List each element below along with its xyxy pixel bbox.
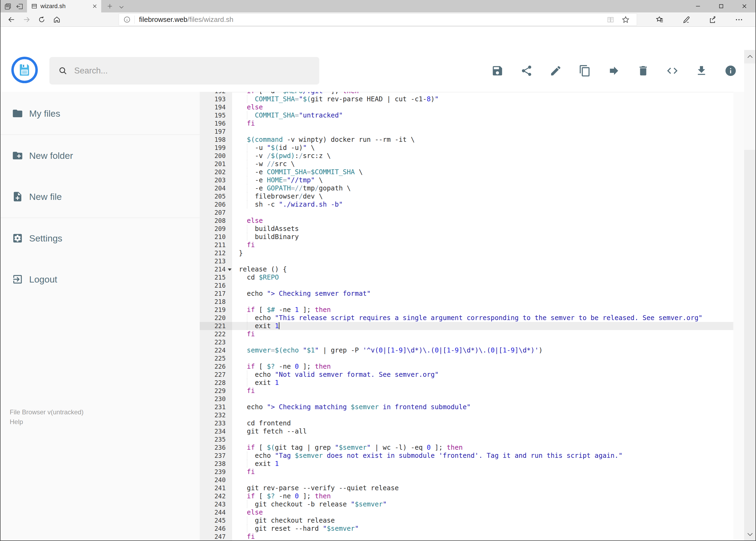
code-line-content[interactable]: $(command -v winpty) docker run --rm -it… [232,136,733,144]
tab-close-icon[interactable] [92,4,98,9]
code-line-221[interactable]: 221exit 1 [200,322,733,330]
code-line-196[interactable]: 196fi [200,119,733,128]
code-line-content[interactable]: git checkout -b release "$semver" [232,500,733,508]
code-line-content[interactable]: if [ $(git tag | grep "$semver" | wc -l)… [232,443,733,452]
code-line-245[interactable]: 245git checkout release [200,516,733,525]
code-line-content[interactable]: buildBinary [232,233,733,241]
share-button[interactable] [520,65,533,77]
code-line-content[interactable]: -v /$(pwd):/src:z \ [232,152,733,160]
code-line-209[interactable]: 209buildAssets [200,225,733,233]
code-line-219[interactable]: 219if [ $# -ne 1 ]; then [200,306,733,314]
code-line-content[interactable] [232,128,733,136]
code-line-243[interactable]: 243git checkout -b release "$semver" [200,500,733,508]
code-line-226[interactable]: 226if [ $? -ne 0 ]; then [200,362,733,370]
code-line-216[interactable]: 216 [200,281,733,289]
more-options-icon[interactable] [735,15,743,24]
code-line-content[interactable]: sh -c "./wizard.sh -b" [232,201,733,209]
code-line-content[interactable]: else [232,508,733,516]
code-line-content[interactable]: -e HOME="//tmp" \ [232,176,733,184]
code-line-217[interactable]: 217echo "> Checking semver format" [200,289,733,297]
code-line-235[interactable]: 235 [200,435,733,443]
code-line-212[interactable]: 212} [200,249,733,257]
code-line-content[interactable] [232,354,733,362]
code-line-content[interactable]: if [ $? -ne 0 ]; then [232,362,733,370]
code-line-content[interactable]: fi [232,119,733,128]
code-line-content[interactable]: fi [232,533,733,541]
code-line-content[interactable]: -e COMMIT_SHA=$COMMIT_SHA \ [232,168,733,176]
code-line-195[interactable]: 195COMMIT_SHA="untracked" [200,111,733,119]
code-line-content[interactable]: fi [232,241,733,249]
code-line-content[interactable]: semver=$(echo "$1" | grep -P '^v(0|[1-9]… [232,346,733,354]
code-line-232[interactable]: 232 [200,411,733,419]
sidebar-item-settings[interactable]: Settings [0,222,200,255]
code-line-content[interactable]: else [232,103,733,111]
code-line-230[interactable]: 230 [200,395,733,403]
code-line-content[interactable]: fi [232,468,733,476]
search-input[interactable] [74,66,306,76]
code-line-content[interactable]: git rev-parse --verify --quiet release [232,484,733,492]
scroll-up-icon[interactable] [746,53,754,61]
code-line-content[interactable]: else [232,217,733,225]
code-button[interactable] [666,65,678,77]
code-line-205[interactable]: 205filebrowser/dev \ [200,192,733,201]
tab-preview-icon[interactable] [4,2,12,11]
code-line-content[interactable]: git checkout release [232,516,733,525]
code-line-247[interactable]: 247fi [200,533,733,541]
code-line-content[interactable] [232,257,733,265]
code-line-content[interactable]: git fetch --all [232,427,733,435]
code-line-content[interactable]: cd frontend [232,419,733,427]
url-field[interactable]: filebrowser.web/files/wizard.sh [119,14,637,26]
code-line-content[interactable]: exit 1 [232,322,733,330]
sidebar-item-logout[interactable]: Logout [0,263,200,295]
code-line-192[interactable]: 192if [ -d "$REPO/.git" ]; then [200,92,733,95]
code-line-content[interactable]: fi [232,387,733,395]
code-line-194[interactable]: 194else [200,103,733,111]
code-line-content[interactable]: exit 1 [232,379,733,387]
filebrowser-logo[interactable] [11,57,38,83]
code-line-222[interactable]: 222fi [200,330,733,338]
web-note-pen-icon[interactable] [682,15,691,24]
code-line-237[interactable]: 237echo "Tag $semver does not exist in s… [200,452,733,460]
reading-view-icon[interactable] [607,16,615,24]
code-line-content[interactable]: git reset --hard "$semver" [232,525,733,533]
code-line-210[interactable]: 210buildBinary [200,233,733,241]
code-line-197[interactable]: 197 [200,128,733,136]
code-line-242[interactable]: 242if [ $? -ne 0 ]; then [200,492,733,500]
code-line-225[interactable]: 225 [200,354,733,362]
code-line-228[interactable]: 228exit 1 [200,379,733,387]
info-button[interactable] [724,65,737,77]
code-line-220[interactable]: 220echo "This release script requires a … [200,314,733,322]
hub-favorites-icon[interactable] [655,15,664,24]
sidebar-item-my-files[interactable]: My files [0,97,200,130]
code-line-231[interactable]: 231echo "> Checking matching $semver in … [200,403,733,411]
page-scrollbar[interactable] [744,50,756,541]
code-line-content[interactable] [232,297,733,306]
back-icon[interactable] [8,16,15,24]
code-line-211[interactable]: 211fi [200,241,733,249]
editor-scrollbar-area[interactable] [733,92,744,541]
code-line-202[interactable]: 202-e COMMIT_SHA=$COMMIT_SHA \ [200,168,733,176]
site-info-icon[interactable] [124,16,130,23]
help-link[interactable]: Help [10,417,84,427]
code-line-content[interactable]: filebrowser/dev \ [232,192,733,201]
code-line-223[interactable]: 223 [200,338,733,346]
code-line-207[interactable]: 207 [200,209,733,217]
refresh-icon[interactable] [38,16,46,24]
code-line-236[interactable]: 236if [ $(git tag | grep "$semver" | wc … [200,443,733,452]
code-line-204[interactable]: 204-e GOPATH=//tmp/gopath \ [200,184,733,192]
code-line-241[interactable]: 241git rev-parse --verify --quiet releas… [200,484,733,492]
code-line-201[interactable]: 201-w //src \ [200,160,733,168]
code-editor[interactable]: 192if [ -d "$REPO/.git" ]; then193COMMIT… [200,92,733,541]
code-line-content[interactable]: echo "This release script requires a sin… [232,314,733,322]
code-line-content[interactable]: COMMIT_SHA="untracked" [232,111,733,119]
code-line-content[interactable] [232,281,733,289]
code-line-233[interactable]: 233cd frontend [200,419,733,427]
code-line-239[interactable]: 239fi [200,468,733,476]
code-line-214[interactable]: 214release () { [200,265,733,273]
search-bar[interactable] [49,57,319,85]
code-line-240[interactable]: 240 [200,476,733,484]
code-line-content[interactable]: if [ $? -ne 0 ]; then [232,492,733,500]
code-line-229[interactable]: 229fi [200,387,733,395]
sidebar-item-new-file[interactable]: New file [0,181,200,213]
code-line-content[interactable] [232,209,733,217]
